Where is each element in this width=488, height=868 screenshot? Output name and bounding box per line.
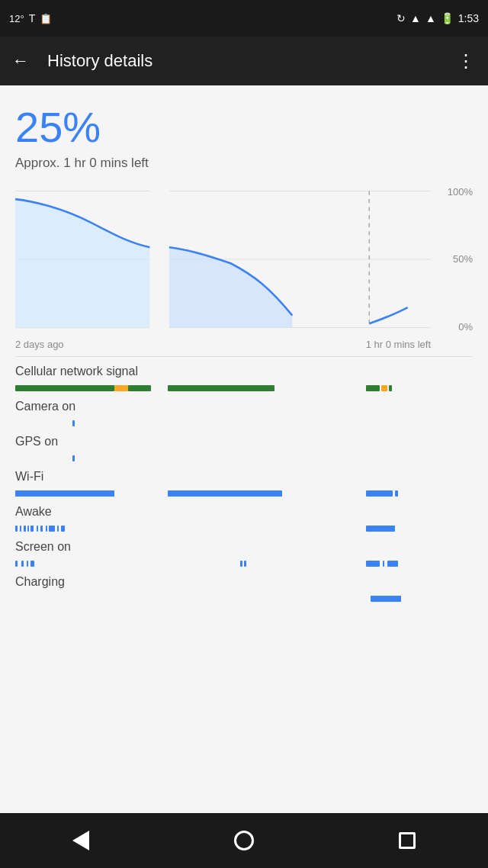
- svg-rect-26: [49, 526, 55, 532]
- screen-bar: [15, 557, 473, 563]
- chart-label-start: 2 days ago: [15, 339, 64, 350]
- back-triangle-icon: [72, 831, 89, 850]
- svg-rect-14: [15, 490, 114, 497]
- nav-recent-button[interactable]: [399, 832, 416, 849]
- svg-rect-20: [24, 526, 26, 532]
- chart-label-0: 0%: [435, 321, 473, 333]
- usage-section: Cellular network signal: [15, 357, 473, 603]
- svg-rect-23: [37, 526, 38, 532]
- chart-svg-container: [15, 183, 431, 336]
- svg-rect-36: [366, 561, 380, 567]
- svg-rect-24: [40, 526, 43, 532]
- usage-row-screen: Screen on: [15, 532, 473, 567]
- chart-y-labels: 100% 50% 0%: [435, 183, 473, 336]
- svg-rect-5: [15, 385, 114, 391]
- chart-label-end: 1 hr 0 mins left: [366, 339, 431, 350]
- battery-time-left: Approx. 1 hr 0 mins left: [15, 156, 473, 171]
- chart-label-50: 50%: [435, 253, 473, 265]
- wifi-icon: ▲: [410, 12, 421, 24]
- svg-rect-39: [371, 596, 401, 602]
- svg-rect-6: [114, 385, 128, 391]
- chart-label-100: 100%: [435, 186, 473, 198]
- svg-rect-17: [395, 490, 398, 497]
- awake-label: Awake: [15, 505, 473, 519]
- usage-row-awake: Awake: [15, 497, 473, 532]
- usage-row-gps: GPS on: [15, 427, 473, 462]
- usage-row-cellular: Cellular network signal: [15, 357, 473, 392]
- svg-rect-12: [72, 420, 75, 426]
- svg-rect-18: [15, 526, 18, 532]
- awake-bar: [15, 522, 473, 528]
- svg-rect-22: [30, 526, 34, 532]
- svg-rect-32: [27, 561, 28, 567]
- recent-square-icon: [399, 832, 416, 849]
- gps-bar: [15, 452, 473, 458]
- signal-icon: ▲: [425, 12, 436, 24]
- svg-rect-13: [72, 455, 75, 461]
- svg-rect-27: [57, 526, 59, 532]
- status-left: 12° T 📋: [9, 12, 52, 24]
- overflow-menu-button[interactable]: ⋮: [457, 50, 476, 72]
- svg-rect-4: [150, 183, 169, 332]
- svg-rect-31: [21, 561, 24, 567]
- wifi-label: Wi-Fi: [15, 470, 473, 484]
- svg-rect-7: [128, 385, 151, 391]
- svg-rect-10: [381, 385, 387, 391]
- nav-home-button[interactable]: [234, 831, 254, 850]
- svg-rect-37: [383, 561, 384, 567]
- usage-row-charging: Charging: [15, 567, 473, 603]
- carrier-icon: T: [29, 12, 36, 24]
- screen-label: Screen on: [15, 540, 473, 554]
- svg-rect-8: [168, 385, 274, 391]
- svg-rect-33: [30, 561, 34, 567]
- svg-rect-34: [240, 561, 242, 567]
- svg-rect-28: [61, 526, 65, 532]
- cellular-label: Cellular network signal: [15, 365, 473, 378]
- svg-rect-15: [168, 490, 282, 497]
- battery-percentage: 25%: [15, 104, 473, 151]
- gps-label: GPS on: [15, 435, 473, 448]
- svg-rect-35: [244, 561, 246, 567]
- wifi-bar: [15, 487, 473, 493]
- svg-rect-29: [366, 526, 395, 532]
- chart-x-labels: 2 days ago 1 hr 0 mins left: [15, 336, 431, 356]
- svg-rect-30: [15, 561, 18, 567]
- clock: 1:53: [458, 12, 479, 24]
- svg-rect-21: [27, 526, 29, 532]
- svg-rect-25: [46, 526, 47, 532]
- page-title: History details: [47, 51, 457, 71]
- charging-bar: [15, 592, 473, 598]
- svg-rect-11: [389, 385, 392, 391]
- camera-bar: [15, 416, 473, 423]
- charging-label: Charging: [15, 575, 473, 589]
- status-right: ↻ ▲ ▲ 🔋 1:53: [396, 12, 479, 24]
- svg-rect-9: [366, 385, 380, 391]
- top-bar: ← History details ⋮: [0, 37, 488, 85]
- battery-chart: 100% 50% 0%: [15, 183, 473, 336]
- notification-icon: 📋: [40, 13, 52, 24]
- main-content: 25% Approx. 1 hr 0 mins left: [0, 85, 488, 603]
- cellular-bar: [15, 381, 473, 387]
- svg-rect-38: [387, 561, 398, 567]
- svg-rect-19: [20, 526, 21, 532]
- usage-row-camera: Camera on: [15, 392, 473, 427]
- status-bar: 12° T 📋 ↻ ▲ ▲ 🔋 1:53: [0, 0, 488, 37]
- nav-bar: [0, 813, 488, 868]
- svg-rect-16: [366, 490, 393, 497]
- rotate-icon: ↻: [396, 12, 406, 24]
- nav-back-button[interactable]: [72, 831, 89, 850]
- status-temp: 12°: [9, 13, 24, 24]
- battery-icon: 🔋: [441, 12, 454, 24]
- camera-label: Camera on: [15, 400, 473, 413]
- home-circle-icon: [234, 831, 254, 850]
- back-button[interactable]: ←: [12, 51, 29, 71]
- usage-row-wifi: Wi-Fi: [15, 462, 473, 497]
